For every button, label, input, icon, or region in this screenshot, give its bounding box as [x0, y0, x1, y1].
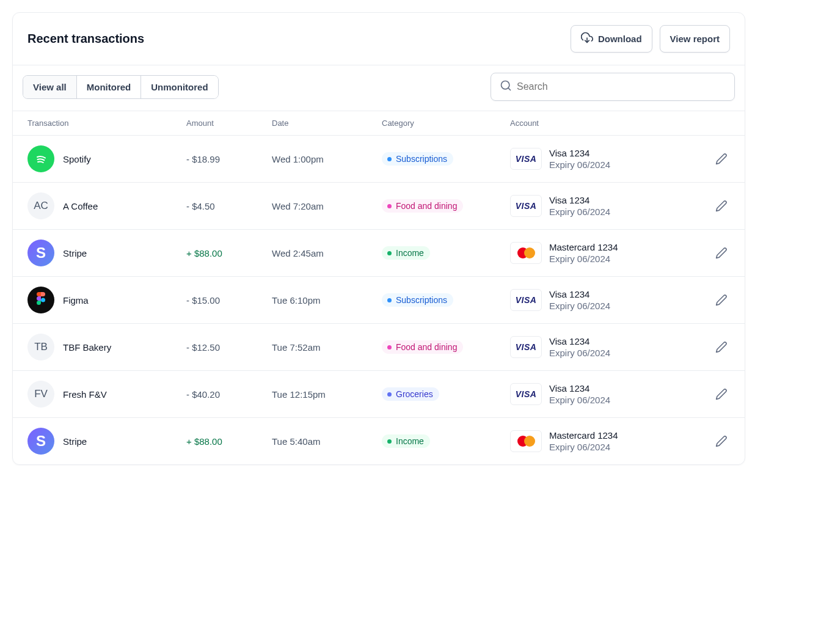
transaction-name: A Coffee — [63, 201, 98, 211]
category-label: Subscriptions — [396, 295, 447, 305]
tab-unmonitored[interactable]: Unmonitored — [141, 76, 217, 98]
category-cell: Income — [382, 246, 510, 260]
date-value: Tue 6:10pm — [272, 295, 382, 306]
pencil-icon — [715, 435, 728, 447]
account-name: Visa 1234 — [549, 289, 610, 299]
account-name: Visa 1234 — [549, 336, 610, 346]
status-dot-icon — [387, 157, 392, 161]
visa-icon: VISA — [510, 195, 542, 217]
pencil-icon — [715, 388, 728, 400]
header-actions: Download View report — [571, 25, 730, 53]
category-label: Income — [396, 436, 424, 446]
account-cell: VISA Visa 1234 Expiry 06/2024 — [510, 148, 687, 170]
edit-button[interactable] — [715, 294, 728, 306]
edit-button[interactable] — [715, 341, 728, 353]
actions-cell — [687, 200, 730, 212]
account-text: Visa 1234 Expiry 06/2024 — [549, 195, 610, 217]
actions-cell — [687, 341, 730, 353]
account-expiry: Expiry 06/2024 — [549, 301, 610, 311]
category-cell: Groceries — [382, 387, 510, 401]
status-dot-icon — [387, 439, 392, 444]
pencil-icon — [715, 200, 728, 212]
category-badge: Groceries — [382, 387, 439, 401]
account-text: Visa 1234 Expiry 06/2024 — [549, 383, 610, 405]
edit-button[interactable] — [715, 247, 728, 259]
download-label: Download — [598, 34, 642, 44]
svg-point-2 — [41, 298, 45, 302]
status-dot-icon — [387, 345, 392, 349]
toolbar: View all Monitored Unmonitored — [13, 65, 745, 111]
pencil-icon — [715, 247, 728, 259]
page-title: Recent transactions — [27, 32, 144, 46]
merchant-avatar: AC — [27, 192, 54, 219]
card-header: Recent transactions Download View report — [13, 13, 745, 65]
search-input[interactable] — [517, 81, 726, 92]
merchant-avatar: TB — [27, 334, 54, 360]
table-header: Transaction Amount Date Category Account — [13, 111, 745, 135]
edit-button[interactable] — [715, 200, 728, 212]
category-label: Groceries — [396, 389, 433, 399]
figma-icon — [27, 287, 54, 313]
category-badge: Food and dining — [382, 340, 463, 354]
transaction-cell: FV Fresh F&V — [27, 381, 186, 408]
account-expiry: Expiry 06/2024 — [549, 254, 618, 264]
account-cell: VISA Visa 1234 Expiry 06/2024 — [510, 289, 687, 311]
edit-button[interactable] — [715, 153, 728, 165]
account-text: Visa 1234 Expiry 06/2024 — [549, 336, 610, 358]
visa-icon: VISA — [510, 148, 542, 170]
amount-value: - $40.20 — [186, 389, 272, 400]
category-badge: Subscriptions — [382, 293, 453, 307]
account-text: Mastercard 1234 Expiry 06/2024 — [549, 242, 618, 264]
edit-button[interactable] — [715, 388, 728, 400]
tab-monitored[interactable]: Monitored — [77, 76, 142, 98]
pencil-icon — [715, 341, 728, 353]
account-expiry: Expiry 06/2024 — [549, 207, 610, 217]
account-expiry: Expiry 06/2024 — [549, 159, 610, 170]
table-row: S Stripe + $88.00 Wed 2:45am Income Mast… — [13, 229, 745, 276]
category-label: Food and dining — [396, 201, 457, 211]
category-badge: Food and dining — [382, 199, 463, 213]
table-row: Figma - $15.00 Tue 6:10pm Subscriptions … — [13, 276, 745, 323]
account-name: Visa 1234 — [549, 383, 610, 393]
view-report-label: View report — [670, 34, 720, 44]
mastercard-icon — [510, 430, 542, 452]
stripe-icon: S — [27, 428, 54, 455]
category-cell: Subscriptions — [382, 152, 510, 166]
date-value: Wed 2:45am — [272, 248, 382, 258]
search-icon — [500, 79, 512, 94]
account-expiry: Expiry 06/2024 — [549, 442, 618, 452]
table-row: TB TBF Bakery - $12.50 Tue 7:52am Food a… — [13, 323, 745, 370]
category-badge: Income — [382, 246, 430, 260]
col-amount: Amount — [186, 119, 272, 128]
category-badge: Subscriptions — [382, 152, 453, 166]
transaction-cell: AC A Coffee — [27, 192, 186, 219]
actions-cell — [687, 388, 730, 400]
amount-value: - $12.50 — [186, 342, 272, 353]
search-box[interactable] — [491, 73, 735, 101]
account-cell: Mastercard 1234 Expiry 06/2024 — [510, 430, 687, 452]
merchant-avatar: FV — [27, 381, 54, 408]
category-label: Food and dining — [396, 342, 457, 352]
status-dot-icon — [387, 298, 392, 302]
category-cell: Food and dining — [382, 199, 510, 213]
transaction-cell: Spotify — [27, 145, 186, 172]
download-button[interactable]: Download — [571, 25, 652, 53]
table-row: FV Fresh F&V - $40.20 Tue 12:15pm Grocer… — [13, 370, 745, 417]
date-value: Wed 7:20am — [272, 201, 382, 211]
tab-view-all[interactable]: View all — [23, 76, 77, 98]
col-transaction: Transaction — [27, 119, 186, 128]
category-cell: Food and dining — [382, 340, 510, 354]
view-report-button[interactable]: View report — [660, 25, 730, 53]
category-cell: Subscriptions — [382, 293, 510, 307]
date-value: Wed 1:00pm — [272, 154, 382, 164]
table-row: S Stripe + $88.00 Tue 5:40am Income Mast… — [13, 417, 745, 464]
status-dot-icon — [387, 251, 392, 255]
account-text: Visa 1234 Expiry 06/2024 — [549, 148, 610, 170]
account-cell: VISA Visa 1234 Expiry 06/2024 — [510, 195, 687, 217]
transactions-table: Transaction Amount Date Category Account… — [13, 111, 745, 464]
col-account: Account — [510, 119, 687, 128]
edit-button[interactable] — [715, 435, 728, 447]
transaction-name: TBF Bakery — [63, 342, 111, 353]
visa-icon: VISA — [510, 289, 542, 311]
col-date: Date — [272, 119, 382, 128]
